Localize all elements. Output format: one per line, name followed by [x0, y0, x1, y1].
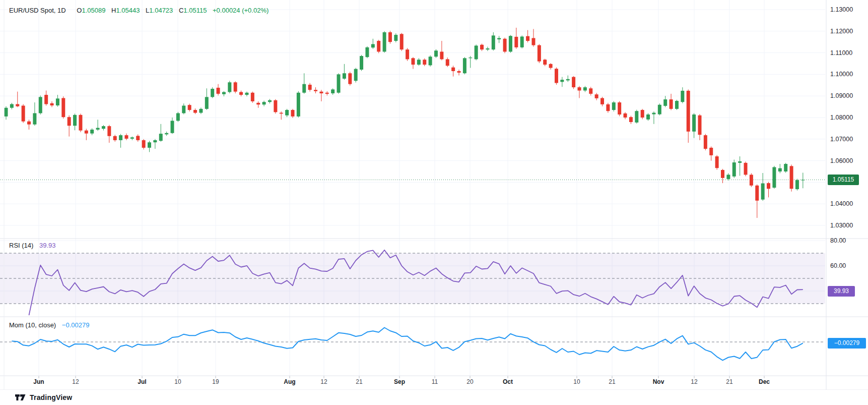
time-axis-label: 19: [212, 378, 219, 385]
change-value: +0.00024 (+0.02%): [213, 7, 269, 14]
price-axis-label: 1.12000: [830, 28, 853, 35]
rsi-value-badge: 39.93: [828, 286, 855, 297]
time-axis-label: Dec: [759, 378, 770, 385]
time-axis-label: Nov: [653, 378, 664, 385]
time-axis-label: 11: [432, 378, 438, 385]
price-axis-label: 1.09000: [830, 92, 853, 99]
tradingview-brand-text[interactable]: TradingView: [30, 393, 72, 401]
rsi-value: 39.93: [39, 242, 56, 249]
price-axis-label: 1.13000: [830, 6, 853, 13]
time-axis-label: 12: [691, 378, 697, 385]
price-axis-label: 1.04000: [830, 200, 853, 207]
momentum-value-badge: −0.00279: [828, 338, 866, 349]
rsi-title[interactable]: RSI (14): [9, 242, 33, 249]
price-axis-label: 1.11000: [830, 49, 852, 56]
footer-bar: TradingView: [0, 390, 868, 405]
time-axis-label: Sep: [394, 378, 405, 385]
rsi-legend[interactable]: RSI (14) 39.93: [9, 242, 56, 249]
price-axis-label: 1.03000: [830, 222, 853, 229]
symbol-title[interactable]: EUR/USD Spot, 1D: [9, 7, 66, 14]
last-price-badge: 1.05115: [828, 175, 859, 185]
time-axis-label: 20: [466, 378, 473, 385]
ohlc-high-value: 1.05443: [116, 7, 140, 14]
chart-canvas[interactable]: [0, 0, 868, 405]
time-axis-label: Aug: [284, 378, 295, 385]
price-axis-label: 1.06000: [830, 157, 853, 164]
momentum-legend[interactable]: Mom (10, close) −0.00279: [9, 321, 89, 329]
time-axis-label: 12: [320, 378, 327, 385]
chart-window: EUR/USD Spot, 1D O1.05089 H1.05443 L1.04…: [0, 0, 868, 405]
time-axis-label: 10: [174, 378, 181, 385]
momentum-title[interactable]: Mom (10, close): [9, 321, 56, 329]
tradingview-logo-icon[interactable]: [15, 393, 26, 401]
time-axis-label: Jun: [33, 378, 44, 385]
time-axis-label: 21: [609, 378, 615, 385]
time-axis-label: 12: [72, 378, 79, 385]
price-axis-label: 1.10000: [830, 71, 853, 78]
symbol-legend[interactable]: EUR/USD Spot, 1D O1.05089 H1.05443 L1.04…: [9, 7, 269, 14]
rsi-axis-label: 60.00: [830, 262, 846, 269]
time-axis-label: Oct: [503, 378, 513, 385]
ohlc-close-key: C: [179, 7, 183, 14]
price-axis-label: 1.07000: [830, 136, 853, 143]
time-axis-label: 10: [573, 378, 580, 385]
momentum-value: −0.00279: [62, 321, 90, 329]
time-axis-label: 21: [726, 378, 732, 385]
ohlc-close-value: 1.05115: [183, 7, 207, 14]
price-axis-label: 1.08000: [830, 114, 853, 121]
time-axis-label: 21: [356, 378, 362, 385]
ohlc-open-value: 1.05089: [82, 7, 105, 14]
time-axis-label: Jul: [138, 378, 146, 385]
ohlc-low-value: 1.04723: [149, 7, 173, 14]
ohlc-open-key: O: [77, 7, 82, 14]
rsi-axis-label: 80.00: [830, 237, 846, 244]
